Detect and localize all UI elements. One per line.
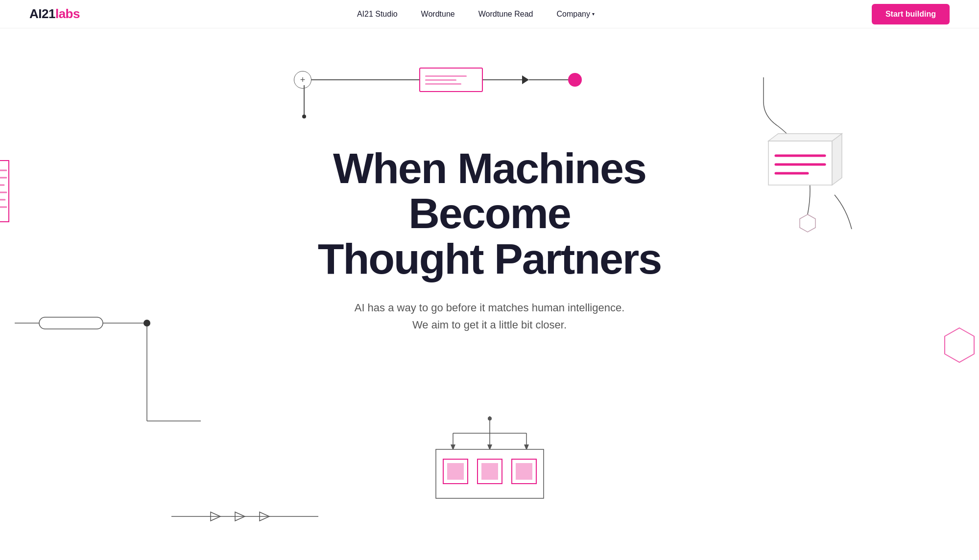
chevron-down-icon: ▾ <box>592 11 595 17</box>
red-dot-icon <box>568 73 582 87</box>
start-building-button[interactable]: Start building <box>872 4 950 24</box>
deco-connector-line-3 <box>529 79 568 80</box>
nav-item-studio[interactable]: AI21 Studio <box>357 10 398 18</box>
logo[interactable]: AI21labs <box>29 6 80 22</box>
hero-subtitle: AI has a way to go before it matches hum… <box>269 299 710 333</box>
deco-doc-box <box>419 68 483 92</box>
deco-left-doc <box>0 161 10 226</box>
neural-svg <box>416 416 563 514</box>
svg-marker-2 <box>768 134 842 141</box>
svg-rect-29 <box>447 463 464 480</box>
deco-connector-line-2 <box>483 79 522 80</box>
3d-box-svg <box>759 131 857 210</box>
svg-marker-38 <box>945 328 974 362</box>
deco-bottom-left <box>15 284 211 457</box>
small-dot-icon <box>302 115 306 118</box>
doc-line-2 <box>425 79 456 81</box>
svg-point-19 <box>488 417 492 420</box>
hero-text: When Machines BecomeThought Partners AI … <box>269 146 710 334</box>
svg-point-15 <box>143 320 150 327</box>
hero-title: When Machines BecomeThought Partners <box>269 146 710 281</box>
svg-rect-33 <box>516 463 532 480</box>
svg-rect-0 <box>768 141 832 185</box>
doc-line-3 <box>425 83 461 85</box>
nav-item-company[interactable]: Company ▾ <box>556 10 594 19</box>
deco-top-flow: + <box>294 68 582 92</box>
deco-3d-box <box>759 131 857 211</box>
arrows-svg <box>171 504 328 529</box>
deco-bottom-arrows <box>171 504 328 531</box>
svg-rect-13 <box>39 317 103 329</box>
doc-line-1 <box>425 75 467 77</box>
vert-line-segment <box>304 85 305 115</box>
arrow-right-icon <box>522 75 529 84</box>
nav-item-wordtune[interactable]: Wordtune <box>421 10 455 18</box>
deco-hexagon <box>940 323 979 374</box>
deco-neural-net <box>416 416 563 516</box>
bottom-left-svg <box>15 284 211 455</box>
hex-svg <box>940 323 979 372</box>
left-doc-svg <box>0 161 10 224</box>
nav-item-wordtune-read[interactable]: Wordtune Read <box>478 10 533 18</box>
logo-ai21: AI21 <box>29 6 55 22</box>
deco-vert-connector <box>302 85 306 118</box>
svg-rect-31 <box>481 463 498 480</box>
svg-marker-1 <box>832 134 842 185</box>
svg-marker-39 <box>800 214 815 232</box>
deco-connector-line <box>311 79 419 80</box>
navbar: AI21labs AI21 Studio Wordtune Wordtune R… <box>0 0 979 28</box>
nav-links: AI21 Studio Wordtune Wordtune Read Compa… <box>357 10 595 19</box>
logo-labs: labs <box>55 6 80 22</box>
company-label: Company <box>556 10 590 19</box>
hero-section: When Machines BecomeThought Partners AI … <box>0 28 979 560</box>
